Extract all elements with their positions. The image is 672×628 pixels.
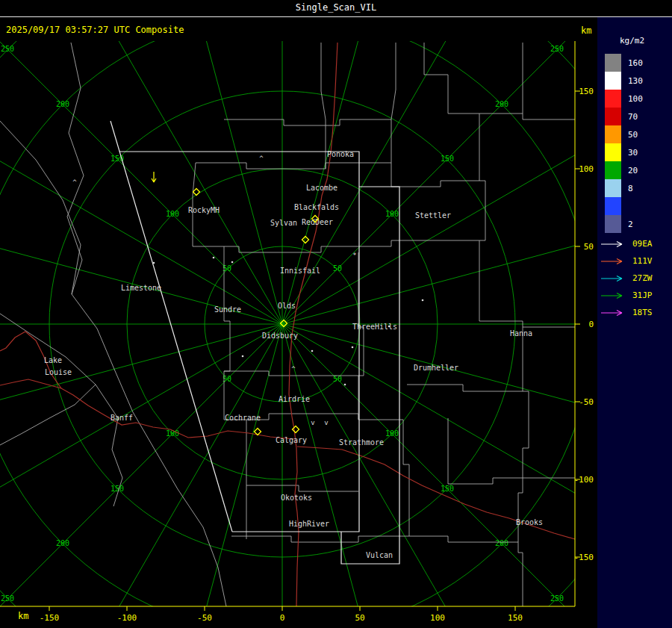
county-boundary — [224, 119, 391, 125]
city-label: Airdrie — [279, 395, 310, 403]
county-boundary — [448, 478, 575, 484]
storm-track-id: 111V — [632, 256, 653, 266]
right-axis-label: 0 — [588, 320, 594, 329]
settlement-dot — [352, 346, 354, 349]
bottom-axis-label: -50 — [197, 613, 212, 623]
county-boundary — [321, 43, 326, 169]
range-ring-label: 250 — [550, 45, 564, 53]
city-label: Limestone — [121, 284, 161, 292]
settlement-dot — [422, 299, 424, 302]
colorbar-row: 160 — [605, 54, 643, 72]
legend-units-label: kg/m2 — [620, 36, 644, 46]
colorbar-row: 130 — [605, 72, 643, 90]
bottom-axis-label: 150 — [508, 613, 523, 623]
city-label: Louise — [45, 368, 72, 376]
city-labels: PonokaLacombeBlackfaldsSylvanRedDeerStet… — [44, 150, 543, 559]
county-boundary — [193, 163, 196, 246]
county-boundary — [246, 485, 358, 491]
storm-track-row: 111V — [600, 252, 653, 270]
city-label: HighRiver — [289, 520, 329, 528]
range-ring-label: 150 — [441, 155, 454, 163]
settlement-dot — [311, 350, 314, 352]
colorbar-swatch — [605, 108, 621, 125]
city-label: Olds — [278, 302, 296, 310]
bottom-axis-label: -100 — [117, 613, 137, 623]
city-label: Didsbury — [262, 332, 298, 340]
colorbar-row: 50 — [605, 125, 643, 143]
county-boundary — [518, 327, 529, 606]
right-axis-unit: km — [581, 25, 591, 36]
window-title: Single_Scan_VIL — [296, 2, 376, 13]
storm-track-arrow-icon — [600, 274, 629, 283]
range-ring-label: 200 — [56, 539, 69, 547]
city-label: Drumheller — [414, 364, 458, 372]
colorbar-swatch — [605, 197, 621, 215]
storm-track-row: 27ZW — [600, 270, 653, 287]
colorbar-row: 20 — [605, 161, 643, 179]
map-layers: 5050505010010010010015015015015020020020… — [0, 0, 672, 628]
city-label: Calgary — [276, 436, 307, 444]
city-label: Brooks — [516, 518, 543, 526]
right-axis-label: -50 — [579, 397, 594, 407]
storm-track-row: 31JP — [600, 287, 653, 304]
city-label: Sundre — [214, 305, 241, 314]
storm-track-id: 31JP — [632, 290, 653, 300]
county-boundary — [479, 114, 485, 321]
county-boundary — [231, 536, 409, 542]
range-ring-label: 200 — [495, 100, 508, 108]
range-ring-label: 100 — [385, 429, 399, 438]
storm-track-arrow-icon — [600, 308, 629, 317]
radar-scan-outline — [111, 121, 232, 532]
city-label: Stettler — [415, 211, 451, 220]
radar-map-canvas[interactable]: 5050505010010010010015015015015020020020… — [0, 0, 672, 628]
caret-symbol: ^ — [259, 155, 264, 162]
colorbar-swatch — [605, 161, 621, 179]
colorbar-swatch — [605, 54, 621, 72]
colorbar-value: 50 — [628, 130, 638, 140]
bottom-axis-label: 0 — [280, 613, 285, 623]
bottom-axis-label: 50 — [355, 613, 364, 623]
storm-motion-arrow — [152, 172, 156, 182]
scan-timestamp: 2025/09/17 03:57:27 UTC Composite — [6, 25, 184, 35]
right-axis-label: -150 — [574, 553, 594, 562]
colorbar-swatch — [605, 143, 621, 161]
city-label: Strathmore — [339, 438, 384, 447]
right-axis-label: -100 — [574, 475, 594, 485]
city-label: Sylvan — [270, 219, 297, 227]
highway-line — [0, 379, 294, 439]
storm-track-arrow-icon — [600, 240, 629, 249]
vil-colorbar: 1601301007050302082 — [605, 54, 643, 233]
city-label: Lacombe — [306, 184, 337, 192]
colorbar-value: 70 — [628, 112, 638, 122]
storm-track-arrow-icon — [600, 257, 629, 266]
county-boundary — [196, 163, 391, 187]
settlement-dot — [344, 384, 346, 386]
storm-track-arrow-icon — [600, 291, 629, 300]
range-ring-label: 250 — [1, 594, 14, 603]
city-label: Okotoks — [281, 494, 312, 502]
bottom-axis-unit: km — [18, 611, 28, 621]
settlement-dot — [153, 262, 155, 264]
range-ring-label: 150 — [111, 485, 124, 493]
city-label: Lake — [44, 356, 62, 364]
storm-track-id: 27ZW — [632, 273, 653, 283]
colorbar-value: 130 — [628, 76, 643, 86]
county-boundary — [193, 240, 479, 252]
colorbar-value: 30 — [628, 148, 638, 158]
colorbar-swatch — [605, 215, 621, 233]
bottom-axis-label: 100 — [430, 613, 445, 623]
right-axis-label: 50 — [584, 242, 594, 252]
county-boundary — [0, 385, 96, 445]
colorbar-value: 100 — [628, 94, 643, 104]
range-ring-label: 100 — [166, 210, 179, 218]
storm-track-row: 18TS — [600, 304, 653, 321]
range-ring-label: 100 — [385, 210, 399, 218]
caret-symbol: ^ — [291, 365, 296, 373]
range-ring-label: 250 — [1, 45, 14, 53]
colorbar-row: 30 — [605, 143, 643, 161]
vee-symbol: v — [311, 419, 314, 426]
colorbar-row: 100 — [605, 90, 643, 108]
colorbar-value: 2 — [628, 220, 633, 229]
colorbar-swatch — [605, 90, 621, 108]
city-label: Innisfail — [280, 267, 320, 275]
